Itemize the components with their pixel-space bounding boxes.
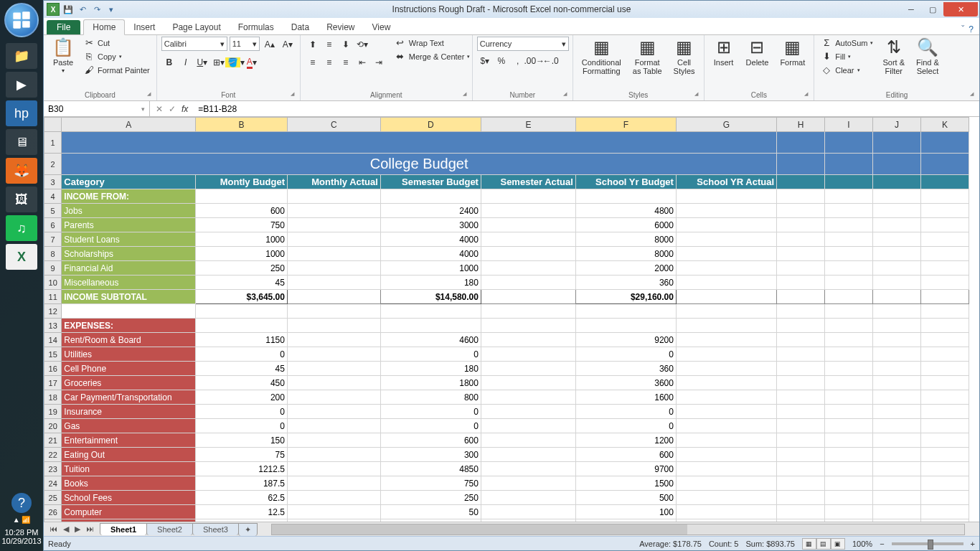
excel-icon[interactable]: X bbox=[47, 3, 60, 16]
cell[interactable] bbox=[481, 276, 575, 290]
format-painter-button[interactable]: 🖌Format Painter bbox=[81, 64, 152, 76]
cell[interactable] bbox=[872, 376, 920, 390]
sort-filter-button[interactable]: ⇅Sort & Filter bbox=[878, 37, 909, 77]
cell[interactable]: 150 bbox=[196, 433, 288, 448]
spreadsheet-grid[interactable]: A B C D E F G H I J K 12Co bbox=[44, 117, 979, 522]
cell[interactable] bbox=[872, 276, 920, 290]
cell[interactable] bbox=[676, 347, 776, 362]
ribbon-minimize-icon[interactable]: ˇ bbox=[961, 24, 964, 34]
cell[interactable]: 50 bbox=[380, 505, 481, 519]
cell[interactable] bbox=[287, 376, 380, 390]
row-header[interactable]: 13 bbox=[44, 319, 62, 333]
cell[interactable]: 600 bbox=[380, 433, 481, 448]
font-color-button[interactable]: A▾ bbox=[244, 55, 260, 70]
cell[interactable] bbox=[676, 218, 776, 232]
cell[interactable]: 1200 bbox=[575, 433, 676, 448]
cell[interactable]: 360 bbox=[575, 276, 676, 290]
close-button[interactable]: ✕ bbox=[943, 2, 978, 17]
cell[interactable] bbox=[824, 448, 872, 462]
cell[interactable] bbox=[676, 376, 776, 390]
taskbar-app-icon[interactable]: 🖥 bbox=[6, 129, 37, 155]
cell[interactable]: Gas bbox=[62, 419, 196, 433]
cell[interactable] bbox=[777, 218, 825, 232]
cell[interactable]: 9700 bbox=[575, 462, 676, 476]
cell[interactable] bbox=[872, 204, 920, 218]
cell[interactable]: 4000 bbox=[380, 232, 481, 247]
select-all-corner[interactable] bbox=[44, 118, 62, 132]
cell[interactable] bbox=[824, 261, 872, 276]
cell[interactable] bbox=[920, 419, 969, 433]
taskbar-media-icon[interactable]: ▶ bbox=[6, 72, 37, 98]
cell[interactable] bbox=[920, 132, 969, 154]
cell[interactable]: $29,160.00 bbox=[575, 290, 676, 304]
currency-icon[interactable]: $▾ bbox=[477, 53, 493, 69]
row-header[interactable]: 9 bbox=[44, 261, 62, 276]
cell[interactable] bbox=[777, 333, 825, 347]
cell[interactable]: 0 bbox=[196, 419, 288, 433]
cell[interactable] bbox=[824, 175, 872, 189]
cell[interactable] bbox=[872, 362, 920, 376]
cell[interactable] bbox=[777, 519, 825, 522]
row-header[interactable]: 12 bbox=[44, 304, 62, 319]
underline-button[interactable]: U▾ bbox=[194, 55, 210, 70]
qat-undo-icon[interactable]: ↶ bbox=[77, 4, 88, 15]
cell[interactable] bbox=[824, 362, 872, 376]
align-left-icon[interactable]: ≡ bbox=[305, 55, 321, 70]
cell[interactable] bbox=[920, 505, 969, 519]
cell[interactable]: 200 bbox=[196, 390, 288, 405]
fx-icon[interactable]: fx bbox=[182, 104, 188, 114]
cell[interactable]: 450 bbox=[196, 376, 288, 390]
cell[interactable] bbox=[287, 491, 380, 505]
row-header[interactable]: 18 bbox=[44, 390, 62, 405]
cell[interactable]: 62.5 bbox=[196, 491, 288, 505]
row-header[interactable]: 25 bbox=[44, 491, 62, 505]
new-sheet-button[interactable]: ✦ bbox=[238, 523, 258, 536]
cell[interactable]: 6000 bbox=[575, 218, 676, 232]
cell[interactable] bbox=[575, 304, 676, 319]
cell[interactable]: 1500 bbox=[575, 476, 676, 491]
cell[interactable] bbox=[824, 333, 872, 347]
row-header[interactable]: 4 bbox=[44, 189, 62, 204]
cell[interactable] bbox=[481, 519, 575, 522]
view-buttons[interactable]: ▦▤▣ bbox=[802, 538, 845, 550]
row-header[interactable]: 26 bbox=[44, 505, 62, 519]
cell[interactable] bbox=[824, 419, 872, 433]
taskbar-hp-icon[interactable]: hp bbox=[6, 100, 37, 126]
cell[interactable]: 0 bbox=[575, 347, 676, 362]
cell[interactable]: 75 bbox=[196, 448, 288, 462]
cell[interactable] bbox=[287, 433, 380, 448]
cell[interactable] bbox=[676, 247, 776, 261]
cell[interactable] bbox=[777, 276, 825, 290]
cell[interactable] bbox=[676, 519, 776, 522]
row-header[interactable]: 24 bbox=[44, 476, 62, 491]
cell[interactable] bbox=[824, 505, 872, 519]
orientation-icon[interactable]: ⟲▾ bbox=[354, 37, 370, 52]
row-header[interactable]: 16 bbox=[44, 362, 62, 376]
cell[interactable]: Insurance bbox=[62, 405, 196, 419]
cell[interactable] bbox=[872, 154, 920, 175]
cell[interactable]: Eating Out bbox=[62, 448, 196, 462]
cell[interactable]: 45 bbox=[196, 362, 288, 376]
cell[interactable] bbox=[824, 290, 872, 304]
cell[interactable] bbox=[676, 261, 776, 276]
cell[interactable] bbox=[920, 390, 969, 405]
cell[interactable] bbox=[481, 232, 575, 247]
row-header[interactable]: 6 bbox=[44, 218, 62, 232]
cell[interactable] bbox=[872, 333, 920, 347]
cell[interactable] bbox=[920, 491, 969, 505]
cell[interactable] bbox=[777, 247, 825, 261]
cell[interactable]: 750 bbox=[380, 476, 481, 491]
cell[interactable] bbox=[920, 276, 969, 290]
row-header[interactable]: 20 bbox=[44, 419, 62, 433]
cell[interactable] bbox=[824, 405, 872, 419]
cell[interactable] bbox=[872, 476, 920, 491]
cell[interactable] bbox=[287, 519, 380, 522]
font-name-combo[interactable]: Calibri▾ bbox=[161, 37, 227, 51]
cell[interactable] bbox=[920, 433, 969, 448]
cell[interactable] bbox=[676, 505, 776, 519]
cell[interactable] bbox=[676, 476, 776, 491]
cell[interactable] bbox=[824, 476, 872, 491]
decrease-decimal-icon[interactable]: ←.0 bbox=[543, 53, 559, 69]
cell[interactable] bbox=[872, 419, 920, 433]
cell[interactable] bbox=[481, 290, 575, 304]
